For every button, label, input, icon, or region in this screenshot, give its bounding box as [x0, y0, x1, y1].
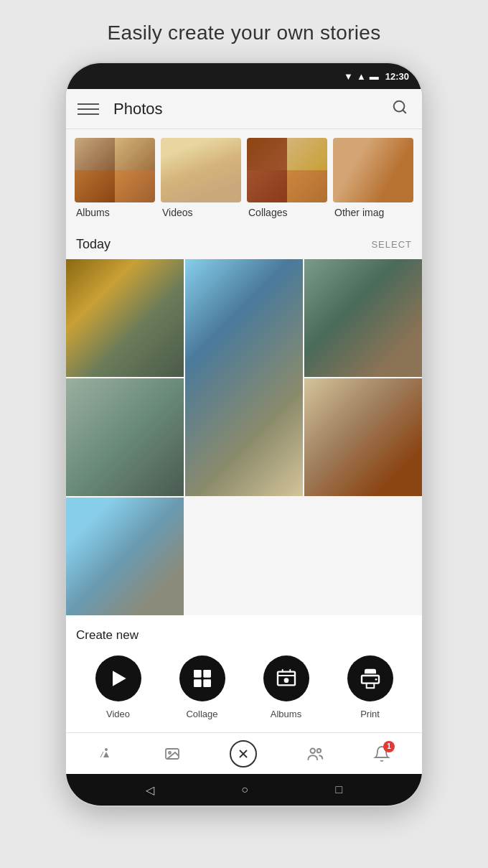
photo-cell-2[interactable] — [185, 259, 303, 496]
page-tagline: Easily create your own stories — [93, 0, 395, 62]
svg-line-1 — [403, 110, 405, 113]
today-header: Today SELECT — [66, 227, 422, 259]
hamburger-line-1 — [78, 103, 99, 105]
create-print-label: Print — [360, 709, 380, 719]
album-thumb-albums — [75, 138, 155, 202]
bottom-nav: 1 — [66, 732, 422, 774]
album-thumb-collages — [247, 138, 327, 202]
status-icons: ▼ ▲ ▬ 12:30 — [344, 71, 409, 82]
album-thumb-videos — [161, 138, 241, 202]
svg-point-17 — [317, 748, 321, 752]
svg-point-8 — [283, 678, 288, 683]
album-item-other[interactable]: Other imag — [333, 138, 413, 218]
menu-button[interactable] — [78, 103, 99, 115]
album-item-videos[interactable]: Videos — [161, 138, 241, 218]
album-label-other: Other imag — [333, 207, 413, 218]
create-collage-button[interactable]: Collage — [179, 655, 225, 719]
create-video-icon — [95, 655, 141, 701]
nav-item-home[interactable] — [92, 739, 121, 768]
wifi-icon: ▼ — [344, 71, 353, 82]
svg-point-11 — [105, 748, 108, 751]
nav-item-people[interactable] — [300, 739, 330, 769]
album-item-albums[interactable]: Albums — [75, 138, 155, 218]
svg-point-16 — [311, 748, 316, 753]
photo-cell-5[interactable] — [304, 378, 422, 496]
app-bar: Photos — [66, 89, 422, 129]
album-item-collages[interactable]: Collages — [247, 138, 327, 218]
album-label-collages: Collages — [247, 207, 327, 218]
create-new-title: Create new — [76, 628, 412, 643]
create-new-row: Video Collage — [76, 655, 412, 724]
nav-item-photos[interactable] — [158, 739, 187, 768]
svg-rect-5 — [194, 679, 202, 687]
album-label-videos: Videos — [161, 207, 241, 218]
photo-grid — [66, 259, 422, 615]
svg-marker-2 — [113, 671, 126, 686]
nav-item-create[interactable] — [224, 734, 263, 773]
create-new-section: Create new Video — [66, 615, 422, 732]
recents-button[interactable]: □ — [336, 783, 343, 796]
create-print-button[interactable]: Print — [347, 655, 393, 719]
status-bar: ▼ ▲ ▬ 12:30 — [66, 63, 422, 89]
nav-item-notifications[interactable]: 1 — [367, 739, 396, 768]
albums-row: Albums Videos Collages Other imag — [66, 129, 422, 227]
create-circle-nav — [230, 740, 257, 767]
svg-rect-4 — [203, 670, 211, 678]
battery-icon: ▬ — [370, 71, 379, 82]
svg-point-10 — [375, 678, 377, 681]
home-button[interactable]: ○ — [241, 783, 248, 796]
hamburger-line-3 — [78, 113, 99, 115]
create-albums-label: Albums — [271, 709, 301, 719]
hamburger-line-2 — [78, 108, 99, 110]
album-label-albums: Albums — [75, 207, 155, 218]
phone-frame: ▼ ▲ ▬ 12:30 Photos — [65, 62, 423, 807]
photo-cell-6[interactable] — [66, 498, 184, 615]
photo-cell-3[interactable] — [304, 259, 422, 377]
app-title: Photos — [113, 100, 389, 118]
svg-point-13 — [169, 752, 171, 754]
create-albums-button[interactable]: Albums — [263, 655, 309, 719]
photo-cell-4[interactable] — [66, 378, 184, 496]
search-button[interactable] — [389, 96, 410, 122]
create-collage-label: Collage — [186, 709, 217, 719]
create-print-icon — [347, 655, 393, 701]
status-time: 12:30 — [385, 71, 409, 82]
select-button[interactable]: SELECT — [371, 239, 412, 250]
svg-rect-3 — [194, 670, 202, 678]
photo-cell-1[interactable] — [66, 259, 184, 377]
create-collage-icon — [179, 655, 225, 701]
today-label: Today — [76, 237, 111, 252]
album-thumb-other — [333, 138, 413, 202]
svg-rect-6 — [203, 679, 211, 687]
create-video-button[interactable]: Video — [95, 655, 141, 719]
create-albums-icon — [263, 655, 309, 701]
notification-badge: 1 — [383, 741, 395, 752]
signal-icon: ▲ — [357, 71, 366, 82]
android-nav-bar: ◁ ○ □ — [66, 774, 422, 806]
create-video-label: Video — [106, 709, 130, 719]
back-button[interactable]: ◁ — [146, 783, 154, 797]
